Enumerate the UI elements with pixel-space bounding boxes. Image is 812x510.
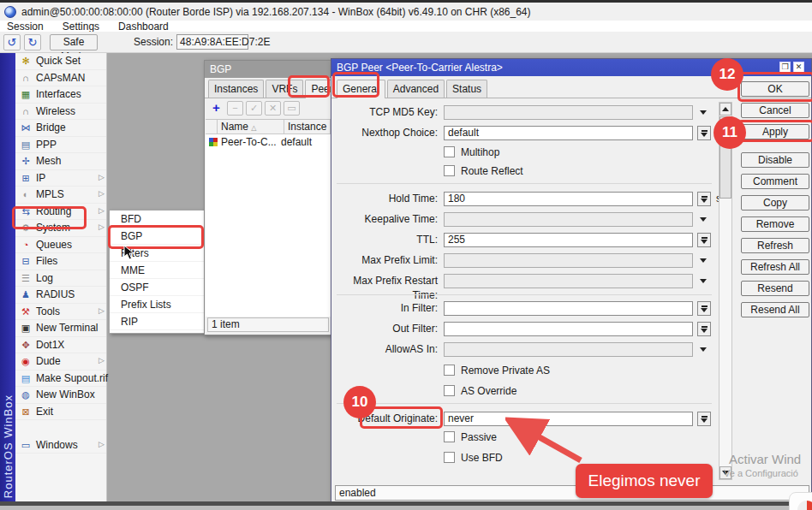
remove-icon[interactable]: − <box>227 101 243 116</box>
submenu-item-rip[interactable]: RIP <box>110 313 205 330</box>
flag-column-header[interactable] <box>206 120 218 133</box>
dropdown-caret-icon[interactable] <box>700 258 707 263</box>
tab-instances[interactable]: Instances <box>208 80 264 98</box>
use-bfd-checkbox[interactable] <box>444 452 455 463</box>
close-icon[interactable]: ✕ <box>793 62 804 73</box>
sidebar-item-routing[interactable]: ⇆Routing▷ <box>15 204 106 221</box>
submenu-arrow-icon: ▷ <box>99 189 104 198</box>
sidebar-item-quick-set[interactable]: ✻Quick Set <box>15 53 106 70</box>
dialog-scrollbar[interactable] <box>719 102 732 480</box>
bgp-window: BGP Instances VRFs Peers + − ✓ ✕ ▭ Name … <box>204 60 332 335</box>
sidebar-item-new-winbox[interactable]: ◍New WinBox <box>15 387 106 404</box>
name-column-header[interactable]: Name △ <box>218 120 284 133</box>
dropdown-caret-icon[interactable] <box>700 347 707 352</box>
ok-button[interactable]: OK <box>741 81 809 97</box>
remove-private-as-checkbox[interactable] <box>444 365 455 376</box>
sidebar-item-system[interactable]: ⚙System▷ <box>15 220 106 237</box>
dropdown-button-icon[interactable] <box>697 322 711 336</box>
ttl-field[interactable]: 255 <box>444 233 693 247</box>
tab-vrfs[interactable]: VRFs <box>266 80 303 98</box>
allowas-in-field[interactable] <box>444 342 693 357</box>
sidebar-item-tools[interactable]: ⚒Tools▷ <box>15 304 106 321</box>
enable-icon[interactable]: ✓ <box>246 101 262 116</box>
tab-advanced[interactable]: Advanced <box>387 80 445 98</box>
nexthop-choice-field[interactable]: default <box>444 126 693 140</box>
keepalive-time-field[interactable] <box>444 212 693 227</box>
dropdown-button-icon[interactable] <box>697 126 711 140</box>
submenu-item-bgp[interactable]: BGP <box>110 228 205 245</box>
sidebar-item-interfaces[interactable]: ▦Interfaces <box>15 86 106 104</box>
sidebar-item-wireless[interactable]: ∩Wireless <box>15 104 106 121</box>
activate-windows-watermark-line2: Ve a Configuració <box>724 468 798 478</box>
submenu-item-mme[interactable]: MME <box>110 262 205 279</box>
menu-settings[interactable]: Settings <box>63 21 99 33</box>
undo-icon[interactable]: ↺ <box>3 34 21 50</box>
sidebar-item-dude[interactable]: ◉Dude▷ <box>15 353 106 371</box>
sidebar-item-capsman[interactable]: ∩CAPsMAN <box>15 70 106 87</box>
safe-mode-button[interactable]: Safe Mode <box>50 34 98 50</box>
instance-column-header[interactable]: Instance <box>284 120 331 133</box>
comment-button[interactable]: Comment <box>741 174 809 189</box>
resend-button[interactable]: Resend <box>741 281 809 296</box>
sidebar-item-mpls[interactable]: ◐MPLS▷ <box>15 187 106 204</box>
submenu-arrow-icon: ▷ <box>99 356 104 365</box>
as-override-checkbox[interactable] <box>444 385 455 396</box>
submenu-item-ospf[interactable]: OSPF <box>110 279 205 296</box>
max-prefix-limit-field[interactable] <box>444 253 693 268</box>
sidebar-item-mesh[interactable]: ✢Mesh <box>15 153 106 170</box>
annotation-arrow <box>505 416 591 467</box>
sidebar-item-ip[interactable]: ⊞IP▷ <box>15 170 106 187</box>
refresh-all-button[interactable]: Refresh All <box>741 259 809 275</box>
copy-button[interactable]: Copy <box>741 195 809 211</box>
dropdown-button-icon[interactable] <box>697 192 711 206</box>
comment-icon[interactable]: ▭ <box>284 101 300 116</box>
dropdown-caret-icon[interactable] <box>700 217 707 222</box>
sidebar-item-label: RADIUS <box>36 288 75 300</box>
dropdown-caret-icon[interactable] <box>700 110 707 115</box>
tcp-md5-key-field[interactable] <box>444 105 693 120</box>
sidebar-item-queues[interactable]: ◔Queues <box>15 237 106 254</box>
sidebar-item-radius[interactable]: ♟RADIUS <box>15 287 106 304</box>
menu-session[interactable]: Session <box>7 21 44 33</box>
resend-all-button[interactable]: Resend All <box>741 302 809 317</box>
passive-checkbox[interactable] <box>444 431 455 442</box>
apply-button[interactable]: Apply <box>741 124 809 139</box>
max-prefix-restart-field[interactable] <box>444 274 693 288</box>
tab-general[interactable]: General <box>337 80 385 98</box>
scroll-up-icon[interactable] <box>719 103 731 116</box>
dropdown-button-icon[interactable] <box>697 233 711 247</box>
bgp-window-titlebar[interactable]: BGP <box>205 61 331 78</box>
multihop-checkbox[interactable] <box>444 146 455 157</box>
route-reflect-checkbox[interactable] <box>444 165 455 176</box>
disable-button[interactable]: Disable <box>741 152 809 168</box>
add-icon[interactable]: + <box>208 101 224 116</box>
submenu-arrow-icon: ▷ <box>99 206 104 215</box>
maximize-icon[interactable]: ❒ <box>779 62 791 73</box>
sidebar-item-make-supout[interactable]: ▤Make Supout.rif <box>15 371 106 388</box>
sidebar-item-ppp[interactable]: ▤PPP <box>15 137 106 154</box>
session-value-field[interactable]: 48:A9:8A:EE:D7:2E <box>176 34 248 50</box>
dropdown-button-icon[interactable] <box>697 301 711 316</box>
refresh-button[interactable]: Refresh <box>741 238 809 253</box>
submenu-item-bfd[interactable]: BFD <box>110 211 205 228</box>
submenu-item-prefix-lists[interactable]: Prefix Lists <box>110 296 205 313</box>
remove-button[interactable]: Remove <box>741 216 809 232</box>
sidebar-item-log[interactable]: ☰Log <box>15 270 106 288</box>
table-row[interactable]: Peer-To-C... default <box>206 134 331 149</box>
out-filter-field[interactable] <box>444 322 693 336</box>
sidebar-item-files[interactable]: ⊟Files <box>15 253 106 270</box>
in-filter-field[interactable] <box>444 301 693 316</box>
redo-icon[interactable]: ↻ <box>24 34 41 50</box>
dropdown-caret-icon[interactable] <box>700 279 707 283</box>
sidebar-item-dot1x[interactable]: ✥Dot1X <box>15 337 106 354</box>
sidebar-item-new-terminal[interactable]: ▣New Terminal <box>15 320 106 337</box>
hold-time-field[interactable]: 180 <box>444 192 693 206</box>
sidebar-item-exit[interactable]: ⊠Exit <box>15 404 106 421</box>
menu-dashboard[interactable]: Dashboard <box>118 21 169 33</box>
cancel-button[interactable]: Cancel <box>741 103 809 118</box>
tab-status[interactable]: Status <box>446 80 487 98</box>
disable-icon[interactable]: ✕ <box>265 101 281 116</box>
sidebar-item-bridge[interactable]: ⋈Bridge <box>15 120 106 137</box>
sidebar-item-windows[interactable]: ▭Windows▷ <box>15 437 106 454</box>
dropdown-button-icon[interactable] <box>697 412 711 426</box>
